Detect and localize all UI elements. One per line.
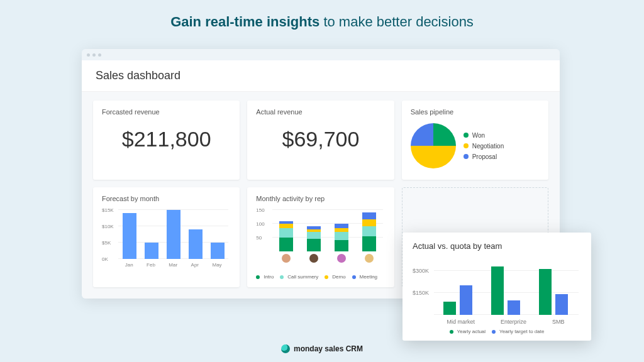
legend-swatch-icon xyxy=(325,275,328,279)
legend-swatch-icon xyxy=(352,275,356,279)
x-label: Mar xyxy=(169,262,177,268)
legend-swatch-icon xyxy=(280,275,284,279)
legend-label: Negotiation xyxy=(472,143,504,150)
bar xyxy=(460,285,472,315)
legend-label: Won xyxy=(472,132,485,139)
card-title: Actual revenue xyxy=(256,108,385,116)
legend-label: Intro xyxy=(264,274,274,280)
actual-revenue-value: $69,700 xyxy=(256,121,385,160)
bar xyxy=(123,213,136,259)
card-actual-revenue: Actual revenue $69,700 xyxy=(247,101,394,180)
bar xyxy=(167,210,180,259)
legend-item: Meeting xyxy=(352,274,377,280)
headline-rest: to make better decisions xyxy=(319,14,474,30)
bar xyxy=(189,229,203,259)
brand-footer: monday sales CRM xyxy=(0,344,644,353)
bar xyxy=(491,266,504,315)
legend-swatch-icon xyxy=(464,154,469,159)
bar xyxy=(539,269,552,315)
card-title: Forecast by month xyxy=(102,195,231,202)
legend-item: Yearly target to date xyxy=(492,329,544,334)
legend-label: Meeting xyxy=(360,274,377,280)
bar xyxy=(443,302,456,315)
legend-item: Proposal xyxy=(464,153,504,160)
pipeline-legend: WonNegotiationProposal xyxy=(464,132,504,160)
x-label: Apr xyxy=(191,262,199,268)
legend-swatch-icon xyxy=(256,275,260,279)
legend-item: Intro xyxy=(256,274,274,280)
legend-item: Won xyxy=(464,132,504,139)
headline-emphasis: Gain real-time insights xyxy=(170,14,319,30)
card-monthly-activity: Monthly activity by rep 15010050 IntroCa… xyxy=(247,187,394,287)
card-sales-pipeline: Sales pipeline WonNegotiationProposal xyxy=(402,101,548,180)
legend-item: Yearly actual xyxy=(450,329,486,334)
quota-legend: Yearly actualYearly target to date xyxy=(413,329,581,334)
brand-text: monday sales CRM xyxy=(294,344,363,353)
x-label: May xyxy=(212,262,221,268)
quota-grouped-chart: $300K$150KMid marketEnterprizeSMB xyxy=(413,257,581,326)
window-dot-icon xyxy=(87,53,90,57)
stacked-bar xyxy=(279,221,293,251)
legend-label: Yearly target to date xyxy=(499,329,544,334)
window-titlebar xyxy=(82,49,560,60)
legend-label: Call summery xyxy=(287,274,318,280)
legend-swatch-icon xyxy=(464,143,469,148)
x-label: Enterprize xyxy=(501,319,526,325)
legend-swatch-icon xyxy=(492,330,496,334)
x-label: Jan xyxy=(125,262,133,268)
brand-logo-icon xyxy=(281,344,290,353)
forecasted-revenue-value: $211,800 xyxy=(102,121,231,160)
stacked-bar xyxy=(335,224,348,251)
x-label: Mid market xyxy=(447,319,475,325)
legend-item: Demo xyxy=(325,274,345,280)
activity-legend: IntroCall summeryDemoMeeting xyxy=(256,274,385,280)
x-label: SMB xyxy=(552,319,565,325)
card-title: Sales pipeline xyxy=(411,108,540,116)
bar xyxy=(211,243,225,259)
legend-label: Demo xyxy=(332,274,345,280)
window-dot-icon xyxy=(98,53,101,57)
avatar-icon xyxy=(282,254,291,263)
legend-item: Call summery xyxy=(280,274,318,280)
bar-group xyxy=(539,269,568,315)
stacked-bar xyxy=(307,226,321,251)
avatar-icon xyxy=(337,254,346,263)
forecast-bar-chart: $15K$10K$5K0KJanFebMarAprMay xyxy=(102,207,231,268)
card-actual-vs-quota: Actual vs. quota by team $300K$150KMid m… xyxy=(402,233,591,341)
avatar-icon xyxy=(365,254,374,263)
bar-group xyxy=(443,285,472,315)
bar-group xyxy=(491,266,520,315)
card-forecast-by-month: Forecast by month $15K$10K$5K0KJanFebMar… xyxy=(93,187,240,287)
legend-label: Proposal xyxy=(472,153,497,160)
bar xyxy=(555,294,568,315)
window-dot-icon xyxy=(92,53,96,57)
legend-item: Negotiation xyxy=(464,143,504,150)
page-headline: Gain real-time insights to make better d… xyxy=(0,0,644,34)
bar xyxy=(508,300,520,315)
avatar-icon xyxy=(309,254,318,263)
card-forecasted-revenue: Forcasted revenue $211,800 xyxy=(93,101,240,180)
bar xyxy=(145,243,158,259)
legend-swatch-icon xyxy=(464,133,469,138)
pipeline-pie-chart xyxy=(411,123,456,168)
card-title: Actual vs. quota by team xyxy=(413,241,581,251)
card-title: Forcasted revenue xyxy=(102,108,231,116)
legend-label: Yearly actual xyxy=(457,329,486,334)
legend-swatch-icon xyxy=(450,330,453,334)
card-title: Monthly activity by rep xyxy=(256,195,385,202)
dashboard-title: Sales dashboard xyxy=(82,60,560,92)
activity-stacked-chart: 15010050 xyxy=(256,207,385,264)
x-label: Feb xyxy=(147,262,155,268)
stacked-bar xyxy=(362,212,376,251)
